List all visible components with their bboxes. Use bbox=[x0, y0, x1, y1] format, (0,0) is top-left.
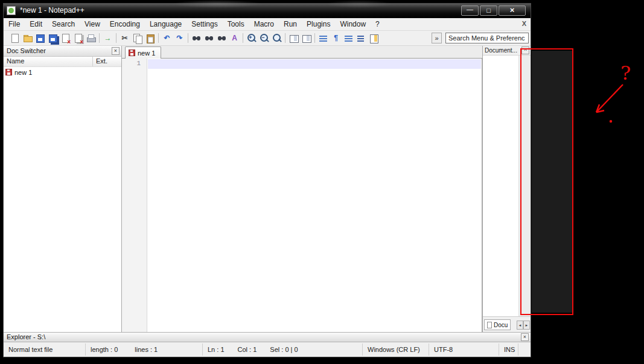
column-header-ext[interactable]: Ext. bbox=[93, 57, 121, 66]
doc-name: new 1 bbox=[14, 69, 92, 76]
toolbar-separator bbox=[285, 33, 285, 43]
annotation-rectangle bbox=[520, 48, 573, 315]
menu-item-macro[interactable]: Macro bbox=[249, 18, 279, 30]
toolbar-separator bbox=[188, 33, 188, 43]
document-map-tab[interactable]: Docu bbox=[484, 319, 511, 330]
menu-item-view[interactable]: View bbox=[80, 18, 105, 30]
maximize-button[interactable]: □ bbox=[480, 5, 497, 16]
close-file-button[interactable] bbox=[59, 32, 72, 44]
mark-icon: A bbox=[229, 33, 240, 43]
replace-icon bbox=[204, 33, 214, 43]
menu-item-search[interactable]: Search bbox=[47, 18, 80, 30]
menu-item-window[interactable]: Window bbox=[335, 18, 371, 30]
sync-vertical-button[interactable] bbox=[287, 32, 300, 44]
toolbar-overflow-button[interactable]: » bbox=[432, 33, 442, 43]
find-icon bbox=[191, 33, 202, 43]
status-eol-format[interactable]: Windows (CR LF) bbox=[363, 343, 429, 356]
word-wrap-button[interactable] bbox=[317, 32, 330, 44]
menu-item-help[interactable]: ? bbox=[371, 18, 384, 30]
status-insert-mode[interactable]: INS bbox=[499, 343, 518, 356]
open-file-button[interactable] bbox=[21, 32, 34, 44]
menu-search-input[interactable] bbox=[445, 33, 529, 43]
column-header-name[interactable]: Name bbox=[4, 57, 93, 66]
explorer-panel-header[interactable]: Explorer - S:\ × bbox=[4, 332, 531, 342]
unsaved-doc-icon bbox=[129, 49, 135, 56]
status-doc-type: Normal text file bbox=[4, 343, 86, 356]
title-bar[interactable]: *new 1 - Notepad++ — □ × bbox=[4, 4, 531, 18]
close-all-icon bbox=[73, 33, 83, 43]
menu-item-edit[interactable]: Edit bbox=[25, 18, 47, 30]
status-bar: Normal text file length : 0lines : 1 Ln … bbox=[4, 342, 531, 357]
mark-button[interactable]: A bbox=[228, 32, 241, 44]
show-all-chars-button[interactable]: ¶ bbox=[330, 32, 342, 44]
status-selection: Sel : 0 | 0 bbox=[270, 346, 298, 353]
minimize-button[interactable]: — bbox=[461, 5, 479, 16]
tab-scroll-buttons: ◄ ► bbox=[517, 321, 530, 330]
status-encoding[interactable]: UTF-8 bbox=[429, 343, 499, 356]
toolbar-separator bbox=[99, 33, 100, 43]
menu-item-plugins[interactable]: Plugins bbox=[302, 18, 335, 30]
copy-icon bbox=[132, 33, 142, 43]
close-button[interactable]: × bbox=[499, 5, 526, 16]
function-list-button[interactable] bbox=[355, 32, 368, 44]
menu-item-settings[interactable]: Settings bbox=[187, 18, 222, 30]
zoom-in-button[interactable]: + bbox=[245, 32, 258, 44]
explorer-close-button[interactable]: × bbox=[521, 333, 529, 341]
menu-item-tools[interactable]: Tools bbox=[223, 18, 249, 30]
doc-switcher-row[interactable]: new 1 bbox=[4, 67, 121, 77]
redo-icon: ↷ bbox=[174, 33, 185, 43]
line-number-gutter[interactable]: 1 bbox=[122, 59, 147, 332]
menu-item-run[interactable]: Run bbox=[279, 18, 302, 30]
find-button[interactable] bbox=[190, 32, 203, 44]
doc-map-button[interactable] bbox=[368, 32, 380, 44]
redo-button[interactable]: ↷ bbox=[173, 32, 186, 44]
cut-button[interactable]: ✂ bbox=[118, 32, 131, 44]
undo-icon: ↶ bbox=[162, 33, 172, 43]
status-length: length : 0 bbox=[91, 346, 118, 353]
zoom-in-icon: + bbox=[246, 33, 257, 43]
save-all-button[interactable] bbox=[46, 32, 59, 44]
copy-button[interactable] bbox=[131, 32, 144, 44]
background-smudge bbox=[172, 0, 263, 8]
sync-vertical-icon bbox=[289, 33, 299, 43]
tab-scroll-right-icon[interactable]: ► bbox=[523, 321, 530, 330]
launch-button[interactable]: → bbox=[101, 32, 114, 44]
doc-switcher-close-button[interactable]: × bbox=[112, 47, 120, 55]
tab-new-1[interactable]: new 1 bbox=[125, 46, 161, 59]
save-button[interactable] bbox=[34, 32, 46, 44]
editor-text-area[interactable]: 1 bbox=[122, 59, 482, 332]
toolbar-separator bbox=[158, 33, 159, 43]
document-map-title: Document... bbox=[485, 47, 517, 54]
menu-item-encoding[interactable]: Encoding bbox=[105, 18, 145, 30]
find-in-files-button[interactable] bbox=[215, 32, 228, 44]
doc-switcher-header[interactable]: Doc Switcher × bbox=[4, 46, 121, 57]
editor-area: new 1 1 bbox=[122, 46, 482, 332]
undo-button[interactable]: ↶ bbox=[161, 32, 173, 44]
menu-item-file[interactable]: File bbox=[4, 18, 25, 30]
zoom-restore-button[interactable] bbox=[270, 32, 283, 44]
menu-item-language[interactable]: Language bbox=[145, 18, 187, 30]
status-line: Ln : 1 bbox=[208, 346, 225, 353]
menu-close-x[interactable]: X bbox=[522, 20, 526, 27]
new-file-button[interactable] bbox=[8, 32, 21, 44]
print-button[interactable] bbox=[84, 32, 97, 44]
word-wrap-icon bbox=[318, 33, 328, 43]
document-map-tab-label: Docu bbox=[494, 322, 508, 328]
indent-guide-button[interactable] bbox=[342, 32, 355, 44]
zoom-out-button[interactable]: − bbox=[258, 32, 270, 44]
sync-horizontal-button[interactable] bbox=[300, 32, 313, 44]
tab-scroll-left-icon[interactable]: ◄ bbox=[517, 321, 523, 330]
unsaved-doc-icon bbox=[5, 69, 12, 75]
status-cursor-position: Ln : 1Col : 1Sel : 0 | 0 bbox=[203, 343, 363, 356]
status-lines: lines : 1 bbox=[135, 346, 158, 353]
current-line-highlight bbox=[148, 59, 481, 69]
open-file-icon bbox=[22, 33, 33, 43]
document-map-tab-icon bbox=[487, 322, 492, 328]
indent-guide-icon bbox=[343, 33, 354, 43]
replace-button[interactable] bbox=[203, 32, 215, 44]
doc-map-icon bbox=[369, 33, 379, 43]
zoom-out-icon: − bbox=[259, 33, 269, 43]
paste-button[interactable] bbox=[144, 32, 156, 44]
close-all-button[interactable] bbox=[72, 32, 84, 44]
doc-switcher-panel: Doc Switcher × Name Ext. new 1 bbox=[4, 46, 122, 332]
